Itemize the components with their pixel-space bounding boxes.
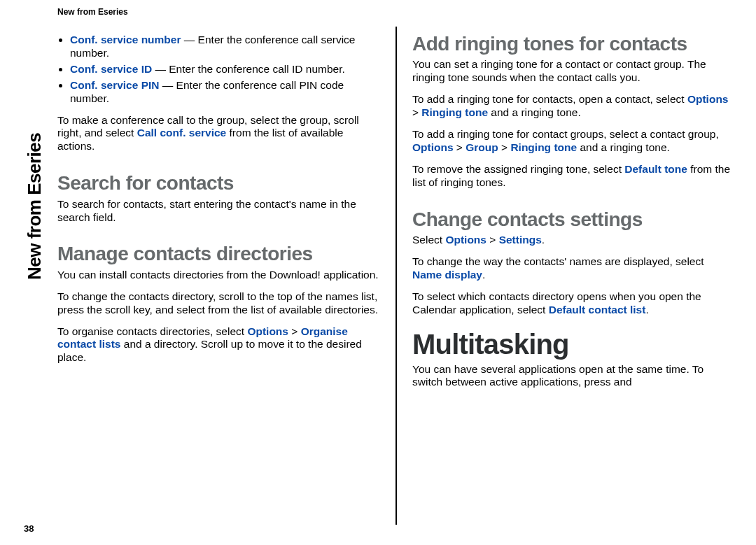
manage-p3: To organise contacts directories, select… — [57, 325, 380, 365]
heading-multitasking: Multitasking — [412, 330, 735, 359]
search-paragraph: To search for contacts, start entering t… — [57, 198, 380, 225]
conf-call-paragraph: To make a conference call to the group, … — [57, 114, 380, 154]
conf-bullets: Conf. service number — Enter the confere… — [57, 34, 380, 106]
group-link: Group — [465, 141, 498, 153]
heading-change-contacts-settings: Change contacts settings — [412, 209, 735, 229]
manage-p2: To change the contacts directory, scroll… — [57, 290, 380, 317]
ringing-tone-link: Ringing tone — [510, 141, 577, 153]
right-column: Add ringing tones for contacts You can s… — [396, 27, 735, 525]
options-link: Options — [247, 325, 288, 337]
sidebar-chapter-label: New from Eseries — [24, 133, 46, 280]
heading-add-ringing-tones: Add ringing tones for contacts — [412, 34, 735, 54]
bullet-term: Conf. service PIN — [70, 79, 160, 91]
content-columns: Conf. service number — Enter the confere… — [57, 27, 735, 525]
ring-p1: You can set a ringing tone for a contact… — [412, 58, 735, 85]
options-link: Options — [687, 93, 729, 105]
ring-p4: To remove the assigned ringing tone, sel… — [412, 163, 735, 190]
heading-manage-contacts-directories: Manage contacts directories — [57, 243, 380, 264]
ringing-tone-link: Ringing tone — [421, 106, 488, 118]
page-number: 38 — [24, 523, 34, 534]
options-link: Options — [445, 234, 486, 246]
change-p2: To change the way the contacts' names ar… — [412, 255, 735, 282]
bullet-term: Conf. service number — [70, 34, 181, 45]
change-p3: To select which contacts directory opens… — [412, 290, 735, 317]
settings-link: Settings — [499, 234, 542, 246]
bullet-conf-service-id: Conf. service ID — Enter the conference … — [70, 63, 380, 76]
name-display-link: Name display — [412, 269, 482, 281]
change-p1: Select Options > Settings. — [412, 234, 735, 247]
heading-search-for-contacts: Search for contacts — [57, 173, 380, 193]
bullet-conf-service-number: Conf. service number — Enter the confere… — [70, 34, 380, 60]
bullet-conf-service-pin: Conf. service PIN — Enter the conference… — [70, 79, 380, 106]
bullet-desc: — Enter the conference call ID number. — [152, 63, 345, 75]
manage-p1: You can install contacts directories fro… — [57, 269, 380, 282]
options-link: Options — [412, 141, 454, 153]
left-column: Conf. service number — Enter the confere… — [57, 27, 396, 525]
ring-p3: To add a ringing tone for contact groups… — [412, 128, 735, 155]
ring-p2: To add a ringing tone for contacts, open… — [412, 93, 735, 120]
default-tone-link: Default tone — [624, 163, 687, 175]
bullet-term: Conf. service ID — [70, 63, 152, 75]
default-contact-list-link: Default contact list — [549, 304, 646, 316]
call-conf-service-link: Call conf. service — [137, 127, 227, 139]
running-head: New from Eseries — [57, 7, 749, 17]
multitask-p1: You can have several applications open a… — [412, 363, 735, 390]
